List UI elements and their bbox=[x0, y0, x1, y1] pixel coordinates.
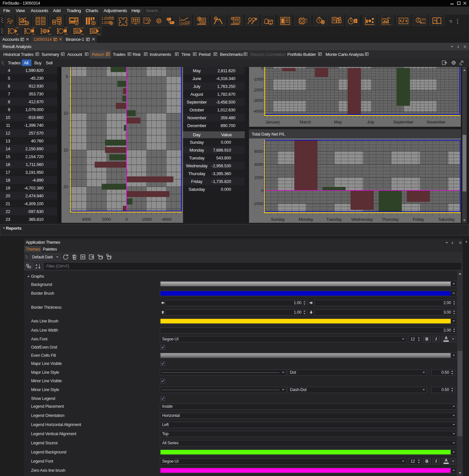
svg-text:4000: 4000 bbox=[254, 162, 263, 167]
svg-text:10: 10 bbox=[63, 111, 68, 116]
svg-text:0: 0 bbox=[126, 217, 128, 222]
svg-text:September: September bbox=[393, 120, 413, 124]
svg-text:101: 101 bbox=[421, 18, 426, 21]
svg-text:4000: 4000 bbox=[82, 217, 91, 222]
svg-text:€: € bbox=[417, 18, 419, 22]
svg-text:START: START bbox=[97, 34, 101, 35]
svg-text:March: March bbox=[300, 120, 311, 124]
svg-text:Z: Z bbox=[36, 267, 37, 269]
svg-text:START: START bbox=[15, 34, 19, 35]
svg-text:START: START bbox=[32, 27, 36, 29]
svg-text:Tuesday: Tuesday bbox=[326, 217, 342, 222]
svg-text:-2000: -2000 bbox=[141, 217, 152, 222]
svg-text:START: START bbox=[97, 27, 101, 29]
svg-text:START: START bbox=[81, 27, 85, 29]
svg-text:5: 5 bbox=[66, 74, 68, 79]
svg-text:2000: 2000 bbox=[102, 217, 111, 222]
svg-text:Thursday: Thursday bbox=[382, 217, 399, 222]
svg-text:010: 010 bbox=[421, 21, 426, 25]
svg-text:May: May bbox=[334, 120, 342, 124]
svg-text:Saturday: Saturday bbox=[438, 217, 455, 222]
svg-text:November: November bbox=[427, 120, 446, 124]
svg-text:Wednesday: Wednesday bbox=[351, 217, 373, 222]
svg-text:-3000: -3000 bbox=[253, 98, 263, 103]
svg-text:-2000: -2000 bbox=[253, 201, 263, 206]
svg-text:-2000: -2000 bbox=[253, 88, 263, 92]
svg-text:START: START bbox=[15, 27, 19, 29]
svg-text:-4000: -4000 bbox=[161, 217, 172, 222]
svg-text:010100: 010100 bbox=[181, 21, 190, 25]
svg-text:January: January bbox=[265, 120, 280, 124]
svg-text:Sunday: Sunday bbox=[271, 217, 285, 222]
svg-text:Friday: Friday bbox=[413, 217, 424, 222]
svg-text:-1000: -1000 bbox=[253, 77, 263, 82]
svg-text:START: START bbox=[32, 34, 36, 35]
svg-text:START: START bbox=[81, 34, 85, 35]
svg-text:START: START bbox=[48, 34, 52, 35]
svg-text:START: START bbox=[64, 27, 68, 29]
svg-text:6000: 6000 bbox=[254, 149, 263, 154]
svg-text:Monday: Monday bbox=[299, 217, 313, 222]
svg-text:0: 0 bbox=[261, 67, 263, 71]
svg-text:July: July bbox=[367, 120, 375, 124]
svg-text:START: START bbox=[48, 27, 52, 29]
svg-text:15: 15 bbox=[63, 148, 68, 153]
svg-text:1.20356: 1.20356 bbox=[102, 16, 114, 21]
svg-text:-4000: -4000 bbox=[253, 109, 263, 114]
svg-text:2000: 2000 bbox=[254, 175, 263, 180]
svg-text:20: 20 bbox=[63, 184, 68, 189]
svg-text:START: START bbox=[64, 34, 68, 35]
svg-text:0: 0 bbox=[261, 188, 263, 193]
svg-text:A: A bbox=[36, 264, 38, 267]
